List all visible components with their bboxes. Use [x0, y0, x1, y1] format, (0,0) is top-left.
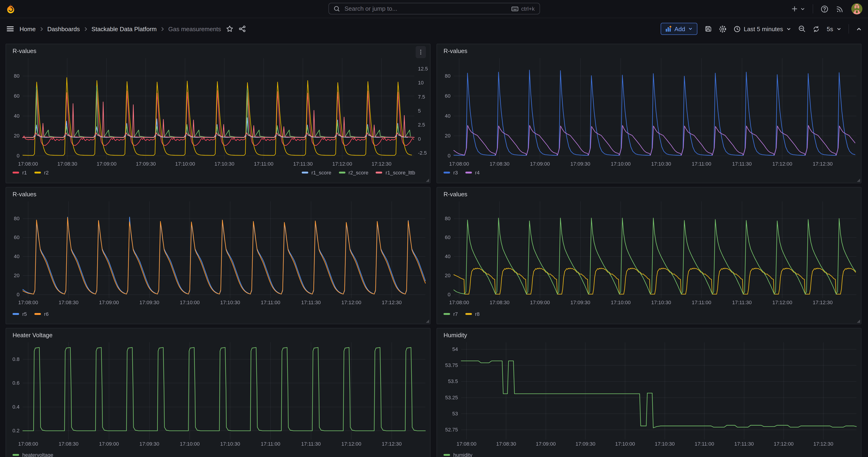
- legend-item-r5[interactable]: r5: [12, 311, 27, 317]
- legend-item-r4[interactable]: r4: [465, 170, 480, 175]
- svg-text:17:10:00: 17:10:00: [180, 441, 200, 447]
- panel-resize-handle[interactable]: [426, 319, 429, 323]
- svg-text:0: 0: [448, 292, 451, 298]
- refresh-button[interactable]: [813, 25, 820, 32]
- share-button[interactable]: [239, 25, 246, 33]
- legend-item-r1[interactable]: r1: [12, 170, 27, 175]
- collapse-controls-button[interactable]: [856, 26, 862, 32]
- legend-label: r1_score: [311, 170, 332, 175]
- legend: r1r2r1_scorer2_scorer1_score_lttb: [12, 170, 415, 175]
- svg-text:80: 80: [445, 73, 451, 79]
- legend-item-r6[interactable]: r6: [34, 311, 49, 317]
- breadcrumb-home[interactable]: Home: [20, 25, 36, 32]
- legend-item-r3[interactable]: r3: [443, 170, 458, 175]
- news-icon[interactable]: [836, 5, 844, 13]
- series-color-swatch: [443, 454, 450, 456]
- add-button[interactable]: Add: [660, 23, 697, 35]
- time-series-chart[interactable]: 17:08:0017:08:3017:09:0017:09:3017:10:00…: [6, 44, 431, 183]
- legend-label: r3: [453, 170, 458, 175]
- svg-text:17:09:30: 17:09:30: [140, 300, 159, 305]
- search-input[interactable]: [344, 5, 508, 12]
- help-button[interactable]: [820, 5, 829, 13]
- panel-title[interactable]: Humidity: [443, 332, 467, 339]
- svg-text:17:10:00: 17:10:00: [175, 161, 195, 167]
- svg-text:17:11:00: 17:11:00: [692, 161, 711, 167]
- svg-text:17:10:30: 17:10:30: [220, 300, 240, 305]
- legend-item-r2[interactable]: r2: [34, 170, 49, 175]
- svg-text:17:10:00: 17:10:00: [611, 161, 631, 167]
- user-avatar[interactable]: [851, 3, 862, 14]
- refresh-interval-select[interactable]: 5s: [827, 25, 841, 32]
- breadcrumb-dashboards[interactable]: Dashboards: [47, 25, 80, 32]
- panel-title[interactable]: R-values: [12, 48, 36, 54]
- breadcrumb-folder[interactable]: Stackable Data Platform: [92, 25, 157, 32]
- menu-toggle-button[interactable]: [6, 25, 14, 33]
- svg-text:53.25: 53.25: [445, 395, 458, 400]
- time-series-chart[interactable]: 17:08:0017:08:3017:09:0017:09:3017:10:00…: [437, 44, 862, 183]
- svg-text:17:09:30: 17:09:30: [570, 300, 590, 305]
- legend-item-r1_score[interactable]: r1_score: [302, 170, 332, 175]
- panel-menu-button[interactable]: [415, 46, 426, 58]
- svg-text:17:09:00: 17:09:00: [97, 161, 117, 167]
- time-series-chart[interactable]: 17:08:0017:08:3017:09:0017:09:3017:10:00…: [437, 328, 862, 457]
- global-search[interactable]: ctrl+k: [328, 3, 540, 14]
- legend-item-r7[interactable]: r7: [443, 311, 458, 317]
- svg-text:17:09:00: 17:09:00: [99, 441, 119, 447]
- save-dashboard-button[interactable]: [704, 25, 712, 33]
- svg-text:17:08:00: 17:08:00: [18, 161, 38, 167]
- dashboard-settings-button[interactable]: [718, 25, 726, 33]
- time-series-chart[interactable]: 17:08:0017:08:3017:09:0017:09:3017:10:00…: [6, 187, 431, 324]
- legend: r3r4: [443, 170, 856, 175]
- legend-item-r2_score[interactable]: r2_score: [339, 170, 368, 175]
- chevron-down-icon: [786, 26, 792, 31]
- panel-title[interactable]: Heater Voltage: [12, 332, 53, 339]
- legend-label: r7: [453, 311, 458, 317]
- svg-text:40: 40: [14, 113, 20, 119]
- svg-text:17:08:30: 17:08:30: [59, 300, 79, 305]
- series-color-swatch: [443, 313, 450, 315]
- legend-item-heatervoltage[interactable]: heatervoltage: [12, 452, 53, 457]
- svg-text:5: 5: [418, 108, 421, 114]
- panel-title[interactable]: R-values: [12, 191, 36, 198]
- svg-text:0: 0: [17, 292, 20, 298]
- legend-item-r1_score_lttb[interactable]: r1_score_lttb: [376, 170, 415, 175]
- svg-text:17:12:00: 17:12:00: [772, 161, 793, 167]
- favorite-star-button[interactable]: [226, 25, 234, 33]
- legend-item-r8[interactable]: r8: [465, 311, 480, 317]
- legend-label: r8: [475, 311, 480, 317]
- grafana-logo-icon[interactable]: [6, 3, 16, 14]
- panel-resize-handle[interactable]: [426, 179, 429, 182]
- svg-text:0.4: 0.4: [12, 404, 20, 410]
- svg-text:17:08:00: 17:08:00: [457, 441, 476, 447]
- legend-item-humidity[interactable]: humidity: [443, 452, 472, 457]
- panel-r-values-2: R-values 17:08:0017:08:3017:09:0017:09:3…: [437, 44, 862, 183]
- series-color-swatch: [443, 172, 450, 174]
- zoom-out-button[interactable]: [799, 25, 806, 33]
- time-series-chart[interactable]: 17:08:0017:08:3017:09:0017:09:3017:10:00…: [437, 187, 862, 324]
- chevron-down-icon: [836, 26, 841, 31]
- svg-text:17:09:00: 17:09:00: [530, 300, 550, 305]
- legend: humidity: [443, 452, 856, 457]
- svg-text:17:10:00: 17:10:00: [180, 300, 200, 305]
- legend-label: heatervoltage: [22, 452, 53, 457]
- time-series-chart[interactable]: 17:08:0017:08:3017:09:0017:09:3017:10:00…: [6, 328, 431, 457]
- series-color-swatch: [12, 313, 19, 315]
- grafana-dashboard: ctrl+k: [0, 0, 868, 457]
- svg-text:54: 54: [453, 346, 458, 352]
- legend-group: r3r4: [443, 170, 479, 175]
- search-icon: [333, 5, 340, 12]
- panel-resize-handle[interactable]: [857, 179, 860, 182]
- svg-text:17:11:30: 17:11:30: [732, 300, 752, 305]
- time-range-picker[interactable]: Last 5 minutes: [734, 25, 791, 32]
- panel-resize-handle[interactable]: [857, 319, 860, 323]
- clock-icon: [734, 25, 740, 32]
- svg-text:0: 0: [448, 153, 451, 159]
- new-button[interactable]: [791, 5, 805, 12]
- svg-text:17:10:30: 17:10:30: [651, 300, 671, 305]
- panel-title[interactable]: R-values: [443, 48, 467, 54]
- panel-title[interactable]: R-values: [443, 191, 467, 198]
- svg-text:0.2: 0.2: [12, 428, 20, 433]
- legend-label: r5: [22, 311, 27, 317]
- panel-r-values-3: R-values 17:08:0017:08:3017:09:0017:09:3…: [6, 187, 431, 324]
- svg-text:17:12:30: 17:12:30: [813, 300, 833, 305]
